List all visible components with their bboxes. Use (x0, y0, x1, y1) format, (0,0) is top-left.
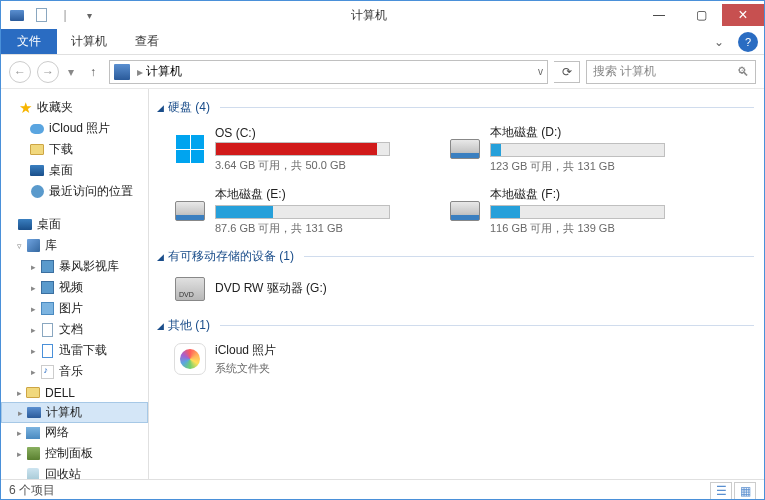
tree-item-music[interactable]: ▸ 音乐 (1, 361, 148, 382)
window-controls: — ▢ × (638, 4, 764, 26)
star-icon: ★ (17, 100, 33, 116)
titlebar: | ▾ 计算机 — ▢ × (1, 1, 764, 29)
desktop-icon (17, 217, 33, 233)
tree-item-dell[interactable]: ▸ DELL (1, 382, 148, 403)
maximize-button[interactable]: ▢ (680, 4, 722, 26)
up-button[interactable]: ↑ (83, 62, 103, 82)
navigation-pane: ★ 收藏夹 iCloud 照片 下载 桌面 最近访问的位置 桌面 ▿ 库 (1, 89, 149, 479)
tree-item-documents[interactable]: ▸ 文档 (1, 319, 148, 340)
tree-item-icloud[interactable]: iCloud 照片 (1, 118, 148, 139)
tree-label: 视频 (59, 279, 83, 296)
drive-1[interactable]: 本地磁盘 (D:)123 GB 可用，共 131 GB (432, 120, 707, 182)
drive-detail: 123 GB 可用，共 131 GB (490, 159, 703, 174)
tree-favorites[interactable]: ★ 收藏夹 (1, 97, 148, 118)
file-tab[interactable]: 文件 (1, 29, 57, 54)
tree-item-desktop-fav[interactable]: 桌面 (1, 160, 148, 181)
drive-name: DVD RW 驱动器 (G:) (215, 280, 428, 297)
drive-dvd[interactable]: DVD RW 驱动器 (G:) (157, 269, 432, 313)
view-details-button[interactable]: ☰ (710, 482, 732, 500)
libraries-icon (25, 238, 41, 254)
tree-label: DELL (45, 386, 75, 400)
computer-icon (26, 405, 42, 421)
quick-access-toolbar: | ▾ (1, 5, 99, 25)
view-icons-button[interactable]: ▦ (734, 482, 756, 500)
drive-usage-bar (215, 142, 390, 156)
tab-computer[interactable]: 计算机 (57, 29, 121, 54)
back-button[interactable]: ← (9, 61, 31, 83)
dvd-icon (173, 273, 207, 305)
windows-icon (176, 135, 204, 163)
tab-view[interactable]: 查看 (121, 29, 173, 54)
refresh-button[interactable]: ⟳ (554, 61, 580, 83)
tree-label: 图片 (59, 300, 83, 317)
tree-label: 暴风影视库 (59, 258, 119, 275)
breadcrumb-location[interactable]: 计算机 (146, 63, 182, 80)
tree-item-recycle[interactable]: 回收站 (1, 464, 148, 479)
group-title: 硬盘 (4) (168, 99, 210, 116)
image-icon (39, 301, 55, 317)
drive-detail: 3.64 GB 可用，共 50.0 GB (215, 158, 428, 173)
group-header-hdd[interactable]: ◢ 硬盘 (4) (157, 95, 764, 120)
breadcrumb-sep-icon: ▸ (134, 65, 146, 79)
qat-icon-computer[interactable] (7, 5, 27, 25)
tree-libraries[interactable]: ▿ 库 (1, 235, 148, 256)
tree-item-storm[interactable]: ▸ 暴风影视库 (1, 256, 148, 277)
tree-item-recent[interactable]: 最近访问的位置 (1, 181, 148, 202)
qat-dropdown-icon[interactable]: ▾ (79, 5, 99, 25)
folder-icon (25, 385, 41, 401)
address-bar[interactable]: ▸ 计算机 v (109, 60, 548, 84)
drive-name: 本地磁盘 (F:) (490, 186, 703, 203)
help-button[interactable]: ? (738, 32, 758, 52)
tree-label: 最近访问的位置 (49, 183, 133, 200)
ribbon: 文件 计算机 查看 ⌄ ? (1, 29, 764, 55)
tree-label: 回收站 (45, 466, 81, 479)
drive-usage-bar (490, 143, 665, 157)
film-icon (39, 259, 55, 275)
drive-3[interactable]: 本地磁盘 (F:)116 GB 可用，共 139 GB (432, 182, 707, 244)
item-icloud-photos[interactable]: iCloud 照片 系统文件夹 (157, 338, 432, 384)
drive-2[interactable]: 本地磁盘 (E:)87.6 GB 可用，共 131 GB (157, 182, 432, 244)
group-header-other[interactable]: ◢ 其他 (1) (157, 313, 764, 338)
tree-item-computer[interactable]: ▸ 计算机 (1, 402, 148, 423)
tree-label: 控制面板 (45, 445, 93, 462)
tree-label: 收藏夹 (37, 99, 73, 116)
folder-icon (29, 142, 45, 158)
drive-name: OS (C:) (215, 126, 428, 140)
collapse-icon[interactable]: ◢ (157, 252, 164, 262)
ribbon-expand-icon[interactable]: ⌄ (706, 29, 732, 54)
tree-label: 音乐 (59, 363, 83, 380)
qat-icon-properties[interactable] (31, 5, 51, 25)
history-dropdown-icon[interactable]: ▾ (65, 65, 77, 79)
collapse-icon[interactable]: ▿ (13, 241, 25, 251)
group-header-removable[interactable]: ◢ 有可移动存储的设备 (1) (157, 244, 764, 269)
drive-usage-bar (215, 205, 390, 219)
address-dropdown-icon[interactable]: v (538, 66, 543, 77)
tree-item-video[interactable]: ▸ 视频 (1, 277, 148, 298)
status-text: 6 个项目 (9, 482, 55, 499)
tree-item-control-panel[interactable]: ▸ 控制面板 (1, 443, 148, 464)
status-bar: 6 个项目 ☰ ▦ (1, 479, 764, 500)
minimize-button[interactable]: — (638, 4, 680, 26)
control-panel-icon (25, 446, 41, 462)
tree-item-downloads[interactable]: 下载 (1, 139, 148, 160)
collapse-icon[interactable]: ◢ (157, 103, 164, 113)
tree-item-pictures[interactable]: ▸ 图片 (1, 298, 148, 319)
tree-label: iCloud 照片 (49, 120, 110, 137)
close-button[interactable]: × (722, 4, 764, 26)
search-input[interactable]: 搜索 计算机 🔍︎ (586, 60, 756, 84)
tree-item-xunlei[interactable]: ▸ 迅雷下载 (1, 340, 148, 361)
drive-name: 本地磁盘 (D:) (490, 124, 703, 141)
desktop-icon (29, 163, 45, 179)
drive-0[interactable]: OS (C:)3.64 GB 可用，共 50.0 GB (157, 120, 432, 182)
tree-label: 网络 (45, 424, 69, 441)
hdd-icon (450, 201, 480, 221)
tree-item-network[interactable]: ▸ 网络 (1, 422, 148, 443)
group-title: 有可移动存储的设备 (1) (168, 248, 294, 265)
forward-button[interactable]: → (37, 61, 59, 83)
collapse-icon[interactable]: ◢ (157, 321, 164, 331)
cloud-icon (29, 121, 45, 137)
tree-desktop[interactable]: 桌面 (1, 214, 148, 235)
window-title: 计算机 (99, 7, 638, 24)
tree-label: 迅雷下载 (59, 342, 107, 359)
item-name: iCloud 照片 (215, 342, 428, 359)
